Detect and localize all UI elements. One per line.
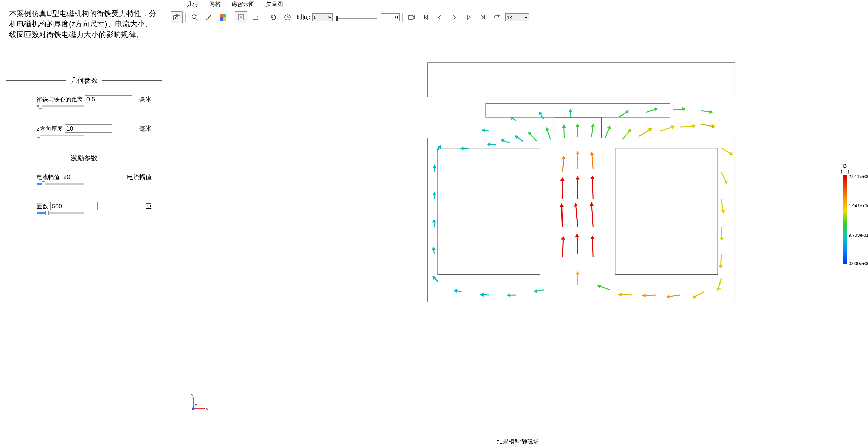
svg-marker-112 (666, 294, 670, 298)
param-thickness-slider[interactable] (37, 135, 84, 136)
svg-marker-106 (718, 265, 723, 268)
svg-line-135 (434, 168, 435, 172)
brush-icon[interactable] (203, 11, 215, 23)
section-excitation-header: 激励参数 (6, 154, 162, 163)
svg-line-27 (577, 237, 578, 254)
tab-mesh[interactable]: 网格 (204, 0, 226, 10)
svg-line-97 (721, 148, 730, 153)
param-gap-input[interactable] (85, 95, 132, 103)
svg-point-1 (175, 16, 178, 19)
timeline-slider[interactable] (335, 14, 379, 21)
svg-line-117 (600, 286, 610, 290)
svg-marker-132 (432, 219, 436, 222)
status-label: 结果模型:静磁场 (497, 438, 539, 445)
svg-line-61 (605, 128, 609, 138)
view-tabs: 几何 网格 磁密云图 矢量图 (168, 0, 868, 10)
param-thickness-input[interactable] (65, 124, 112, 133)
geometry-svg (168, 25, 851, 435)
svg-line-127 (435, 278, 438, 282)
skip-start-icon[interactable] (420, 11, 432, 23)
camera-icon[interactable] (171, 11, 183, 23)
axes-toggle-icon[interactable]: x (249, 11, 261, 23)
svg-rect-22 (486, 104, 670, 117)
svg-line-129 (434, 250, 434, 254)
svg-rect-5 (223, 14, 226, 17)
param-gap: 衔铁与铁心的距离 毫米 (6, 95, 162, 103)
refresh-icon[interactable] (267, 11, 279, 23)
svg-marker-120 (533, 289, 537, 293)
svg-line-115 (622, 295, 632, 295)
svg-point-9 (240, 16, 242, 18)
svg-marker-44 (590, 152, 594, 155)
svg-line-67 (660, 127, 671, 131)
param-gap-unit: 毫米 (139, 95, 152, 103)
svg-line-111 (669, 295, 680, 296)
param-current-input[interactable] (62, 173, 109, 181)
time-box[interactable] (381, 13, 400, 21)
axis-gizmo: x y z (188, 393, 209, 415)
svg-line-73 (619, 112, 626, 117)
svg-rect-6 (220, 17, 223, 21)
param-current-unit: 电流幅值 (127, 173, 152, 181)
step-forward-icon[interactable] (462, 11, 475, 23)
svg-line-79 (701, 111, 710, 112)
param-current: 电流幅值 电流幅值 (6, 173, 162, 181)
zoom-icon[interactable] (189, 11, 201, 23)
param-current-label: 电流幅值 (37, 173, 60, 181)
legend-tick: 0.000e+00 (849, 261, 868, 266)
svg-marker-78 (682, 107, 686, 111)
svg-line-87 (485, 130, 489, 131)
fit-view-icon[interactable] (235, 11, 247, 23)
param-turns-input[interactable] (50, 202, 98, 210)
svg-marker-122 (507, 293, 510, 297)
svg-marker-40 (561, 156, 566, 159)
svg-line-103 (721, 227, 722, 237)
svg-marker-26 (574, 203, 578, 207)
svg-text:x: x (206, 406, 208, 410)
color-cube-icon[interactable] (217, 11, 229, 23)
time-select[interactable]: 0 (312, 13, 333, 21)
speed-select[interactable]: 1x (505, 13, 529, 21)
svg-line-125 (457, 291, 462, 291)
svg-marker-114 (642, 293, 645, 297)
play-icon[interactable] (448, 11, 460, 23)
svg-marker-60 (591, 124, 595, 128)
svg-line-119 (537, 290, 544, 291)
svg-marker-116 (618, 293, 622, 297)
svg-marker-48 (590, 236, 594, 239)
legend-unit: ( T ) (831, 169, 859, 174)
param-turns-slider[interactable] (37, 212, 84, 214)
svg-line-137 (437, 148, 439, 151)
tab-contour[interactable]: 磁密云图 (226, 0, 260, 10)
svg-line-29 (562, 207, 563, 227)
svg-marker-104 (719, 237, 724, 241)
step-back-icon[interactable] (434, 11, 446, 23)
svg-marker-42 (576, 151, 580, 154)
svg-text:z: z (195, 403, 197, 407)
tab-vector[interactable]: 矢量图 (260, 0, 289, 10)
tab-geometry[interactable]: 几何 (181, 0, 204, 10)
clock-icon[interactable] (281, 11, 294, 23)
param-gap-slider[interactable] (37, 105, 84, 107)
svg-marker-36 (576, 176, 580, 179)
svg-marker-30 (560, 203, 564, 207)
param-turns-unit: 匝 (145, 202, 152, 210)
record-icon[interactable] (406, 11, 418, 23)
section-geometry-header: 几何参数 (6, 76, 162, 85)
skip-end-icon[interactable] (477, 11, 489, 23)
svg-marker-94 (568, 109, 572, 112)
viewport[interactable]: x y z (168, 25, 851, 439)
svg-marker-130 (432, 247, 436, 250)
legend-title: B (831, 163, 859, 169)
svg-marker-86 (487, 142, 490, 147)
loop-icon[interactable] (491, 11, 503, 23)
svg-line-71 (701, 124, 712, 126)
case-description: 本案例仿真U型电磁机构的衔铁受力特性，分析电磁机构的厚度(z方向尺寸)、电流大小… (6, 6, 160, 42)
svg-line-99 (721, 172, 726, 181)
svg-marker-140 (203, 408, 205, 410)
svg-marker-80 (709, 110, 713, 114)
svg-text:x: x (257, 15, 258, 18)
svg-rect-7 (223, 17, 226, 21)
svg-line-31 (592, 206, 593, 227)
param-current-slider[interactable] (37, 183, 84, 185)
